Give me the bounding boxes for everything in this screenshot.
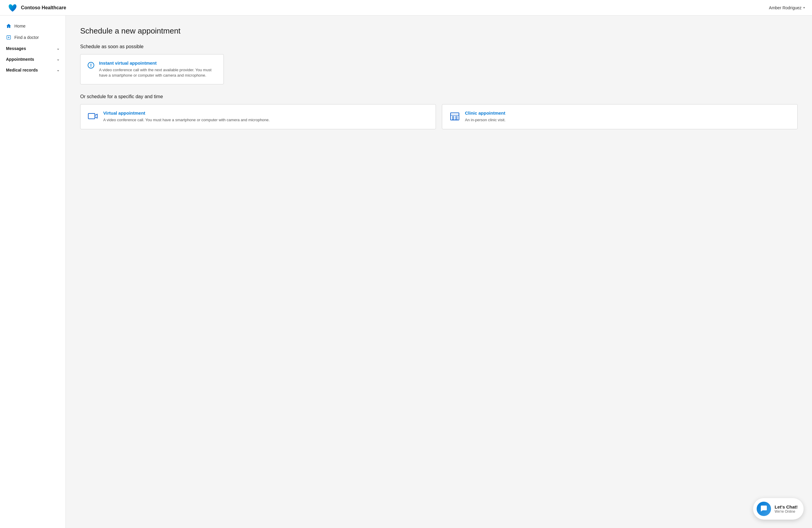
clinic-icon [449,111,460,122]
svg-rect-9 [452,116,454,118]
user-name: Amber Rodriguez [769,5,801,10]
sidebar-item-appointments[interactable]: Appointments ⌄ [0,54,66,65]
instant-card-desc: A video conference call with the next av… [99,67,216,78]
sidebar-item-messages-label: Messages [6,46,26,51]
virtual-appointment-card[interactable]: Virtual appointment A video conference c… [80,104,436,129]
svg-rect-7 [451,113,459,120]
sidebar-item-appointments-label: Appointments [6,57,34,62]
sidebar-item-find-doctor-label: Find a doctor [14,35,60,40]
instant-card-content: Instant virtual appointment A video conf… [99,60,216,78]
chat-icon [757,502,771,516]
app-logo-icon [7,2,18,13]
sidebar-item-medical-records-label: Medical records [6,68,38,72]
app-header: Contoso Healthcare Amber Rodriguez ▾ [0,0,812,16]
main-content: Schedule a new appointment Schedule as s… [66,16,812,528]
section-soon-title: Schedule as soon as possible [80,44,798,49]
clinic-card-title: Clinic appointment [465,111,506,116]
svg-rect-11 [452,118,454,120]
app-name: Contoso Healthcare [21,5,66,11]
exclamation-icon [88,62,94,69]
medical-records-chevron-icon: ⌄ [57,68,60,72]
logo-area: Contoso Healthcare [7,2,66,13]
video-icon [88,111,99,122]
clinic-appointment-card[interactable]: Clinic appointment An in-person clinic v… [442,104,798,129]
chat-text: Let's Chat! We're Online [774,504,798,514]
chat-message-icon [760,505,768,513]
user-menu[interactable]: Amber Rodriguez ▾ [769,5,805,10]
svg-rect-6 [88,113,95,119]
instant-virtual-card[interactable]: Instant virtual appointment A video conf… [80,54,224,84]
instant-icon [88,61,94,69]
clinic-card-content: Clinic appointment An in-person clinic v… [465,111,506,123]
chat-subtitle: We're Online [774,510,798,514]
user-chevron-icon: ▾ [803,6,805,9]
page-title: Schedule a new appointment [80,26,798,35]
section-specific-title: Or schedule for a specific day and time [80,94,798,99]
chat-title: Let's Chat! [774,504,798,510]
clinic-card-desc: An in-person clinic visit. [465,117,506,123]
chat-bubble[interactable]: Let's Chat! We're Online [753,498,803,519]
sidebar: Home Find a doctor Messages ⌄ Appointmen… [0,16,66,528]
main-layout: Home Find a doctor Messages ⌄ Appointmen… [0,16,812,528]
svg-rect-12 [456,118,457,120]
virtual-card-title: Virtual appointment [103,111,270,116]
doctor-icon [6,35,11,40]
sidebar-item-messages[interactable]: Messages ⌄ [0,43,66,54]
sidebar-item-home-label: Home [14,24,60,28]
instant-card-title: Instant virtual appointment [99,60,216,66]
sidebar-item-find-doctor[interactable]: Find a doctor [0,32,66,43]
svg-point-5 [91,67,91,67]
option-cards-row: Virtual appointment A video conference c… [80,104,798,129]
messages-chevron-icon: ⌄ [57,46,60,51]
virtual-card-desc: A video conference call. You must have a… [103,117,270,123]
home-icon [6,23,11,29]
sidebar-item-medical-records[interactable]: Medical records ⌄ [0,65,66,75]
svg-rect-10 [456,116,457,118]
virtual-card-content: Virtual appointment A video conference c… [103,111,270,123]
appointments-chevron-icon: ⌄ [57,57,60,61]
sidebar-item-home[interactable]: Home [0,20,66,32]
